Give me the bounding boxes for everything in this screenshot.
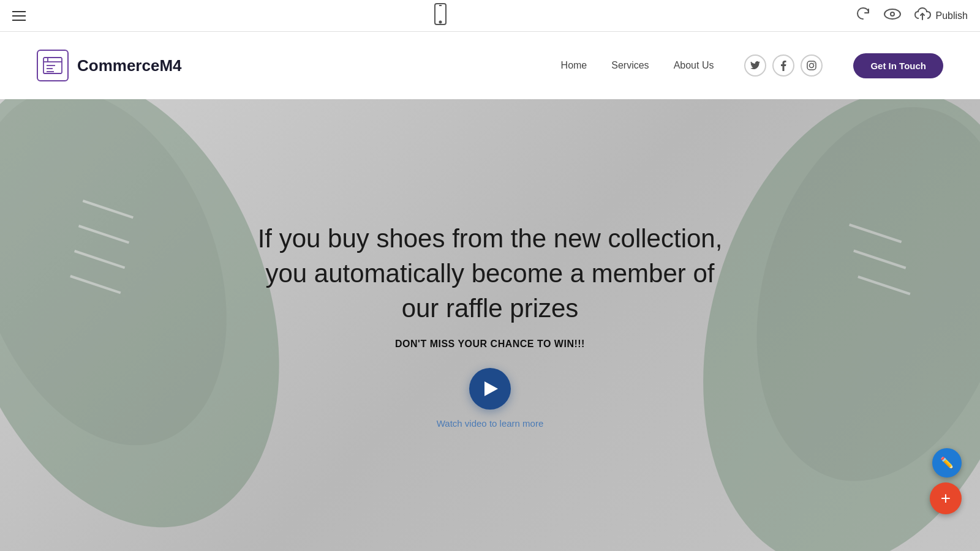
svg-point-2 xyxy=(439,21,441,23)
play-button[interactable] xyxy=(469,368,511,410)
twitter-icon[interactable] xyxy=(744,54,766,77)
facebook-icon[interactable] xyxy=(772,54,794,77)
video-play-wrap: Watch video to learn more xyxy=(245,368,735,429)
svg-rect-13 xyxy=(807,61,816,70)
nav-links: Home Services About Us xyxy=(561,60,714,71)
svg-point-15 xyxy=(814,62,815,64)
site-header: CommerceM4 Home Services About Us xyxy=(0,32,980,99)
brand-name: CommerceM4 xyxy=(77,56,182,75)
publish-button[interactable]: Publish xyxy=(914,7,968,24)
get-in-touch-button[interactable]: Get In Touch xyxy=(853,53,943,78)
watch-video-link[interactable]: Watch video to learn more xyxy=(437,418,544,429)
toolbar: Publish xyxy=(0,0,980,32)
hero-section: If you buy shoes from the new collection… xyxy=(0,99,980,551)
nav-about[interactable]: About Us xyxy=(674,60,714,71)
toolbar-right: Publish xyxy=(855,7,968,24)
nav-home[interactable]: Home xyxy=(561,60,587,71)
site-nav: Home Services About Us xyxy=(561,53,943,78)
logo-icon xyxy=(37,50,69,81)
social-icons xyxy=(744,54,823,77)
fab-add-button[interactable]: + xyxy=(930,482,962,514)
logo-area: CommerceM4 xyxy=(37,50,182,81)
hero-content: If you buy shoes from the new collection… xyxy=(245,222,735,428)
instagram-icon[interactable] xyxy=(801,54,823,77)
toolbar-left xyxy=(12,11,26,21)
hero-subheadline: DON'T MISS YOUR CHANCE TO WIN!!! xyxy=(245,339,735,350)
cloud-upload-icon xyxy=(914,7,931,24)
site-wrapper: CommerceM4 Home Services About Us xyxy=(0,32,980,551)
publish-label: Publish xyxy=(936,10,968,21)
undo-icon[interactable] xyxy=(855,7,871,24)
phone-preview-icon[interactable] xyxy=(433,3,448,29)
nav-services[interactable]: Services xyxy=(611,60,649,71)
toolbar-center xyxy=(433,3,448,29)
preview-eye-icon[interactable] xyxy=(883,7,902,24)
fab-edit-button[interactable] xyxy=(932,448,962,478)
svg-point-14 xyxy=(810,64,814,68)
hero-headline: If you buy shoes from the new collection… xyxy=(245,222,735,326)
hamburger-icon[interactable] xyxy=(12,11,26,21)
svg-point-5 xyxy=(891,13,894,15)
